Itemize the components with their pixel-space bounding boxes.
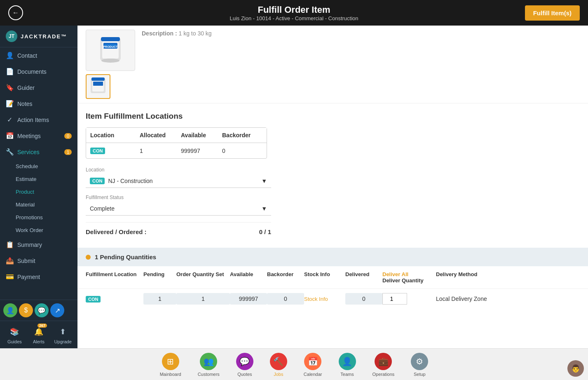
sidebar-item-product[interactable]: Product <box>0 185 77 198</box>
logo-icon: JT <box>6 30 17 42</box>
social-chat-icon[interactable]: 💬 <box>35 303 49 317</box>
upgrade-label: Upgrade <box>54 339 72 344</box>
sidebar-notes-label: Notes <box>17 101 33 107</box>
ft-col-deliver-all: Deliver All Deliver Quantity <box>382 271 436 284</box>
sidebar-estimate-label: Estimate <box>16 176 37 182</box>
location-table-row: CON 1 999997 0 <box>86 143 267 158</box>
alerts-button[interactable]: 🔔 267 Alerts <box>28 325 49 344</box>
sidebar-item-meetings[interactable]: 📅 Meetings 0 <box>0 128 77 144</box>
fulfillment-section: Item Fulfillment Locations Location Allo… <box>77 103 588 248</box>
ft-row-delivery-method: Local Delivery Zone <box>436 296 502 302</box>
content-area: PRODUCT <box>77 26 588 348</box>
submit-icon: 📤 <box>6 257 13 265</box>
sidebar-item-contact[interactable]: 👤 Contact <box>0 47 77 63</box>
delivered-ordered-row: Delivered / Ordered : 0 / 1 <box>86 222 271 241</box>
fulfillment-status-value: Complete <box>90 205 115 212</box>
location-table-header: Location Allocated Available Backorder <box>86 128 267 143</box>
ft-col-available: Available <box>230 271 267 284</box>
fulfill-items-button[interactable]: Fulfill Item(s) <box>525 5 580 21</box>
row-available: 999997 <box>181 148 222 154</box>
sidebar-bottom: 📚 Guides 🔔 267 Alerts ⬆ Upgrade <box>0 321 77 348</box>
sidebar-item-notes[interactable]: 📝 Notes <box>0 96 77 112</box>
svg-text:PRODUCT: PRODUCT <box>103 45 118 48</box>
sidebar-payment-label: Payment <box>17 274 40 280</box>
jobs-icon: 🔨 <box>270 353 287 370</box>
fulfillment-status-select[interactable]: Complete ▼ <box>86 202 271 216</box>
location-select[interactable]: CON NJ - Construction ▼ <box>86 174 271 188</box>
nav-calendar[interactable]: 📅 Calendar <box>295 351 330 378</box>
services-icon: 🔧 <box>6 148 13 156</box>
sidebar-schedule-label: Schedule <box>16 163 38 169</box>
sidebar-item-submit[interactable]: 📤 Submit <box>0 253 77 269</box>
sidebar-item-guider[interactable]: 🔖 Guider <box>0 80 77 96</box>
sidebar-item-schedule[interactable]: Schedule <box>0 160 77 173</box>
fulfillment-status-chevron: ▼ <box>261 205 267 212</box>
ft-col-pending: Pending <box>143 271 176 284</box>
deliver-quantity-input[interactable] <box>382 293 407 305</box>
row-allocated: 1 <box>140 148 181 154</box>
meetings-badge: 0 <box>64 133 72 139</box>
description-label: Description : <box>142 30 177 37</box>
product-image-main: PRODUCT <box>86 30 135 71</box>
quotes-label: Quotes <box>237 372 252 377</box>
product-section: PRODUCT <box>77 26 588 103</box>
sidebar-item-documents[interactable]: 📄 Documents <box>0 63 77 80</box>
description-value: 1 kg to 30 kg <box>178 30 211 37</box>
contact-icon: 👤 <box>6 52 13 59</box>
fulfillment-status-field: Fulfillment Status Complete ▼ <box>86 195 580 216</box>
nav-customers[interactable]: 👥 Customers <box>190 351 228 378</box>
sidebar-action-items-label: Action Items <box>17 117 49 123</box>
nav-teams[interactable]: 👤 Teams <box>330 351 364 378</box>
nav-setup[interactable]: ⚙ Setup <box>403 351 436 378</box>
nav-operations[interactable]: 💼 Operations <box>364 351 403 378</box>
guides-button[interactable]: 📚 Guides <box>4 325 25 344</box>
product-info: Description : 1 kg to 30 kg <box>142 30 580 37</box>
col-allocated: Allocated <box>140 132 181 138</box>
sidebar-product-label: Product <box>16 189 34 195</box>
upgrade-button[interactable]: ⬆ Upgrade <box>52 325 73 344</box>
product-thumbnails <box>86 74 135 99</box>
sidebar-item-summary[interactable]: 📋 Summary <box>0 237 77 253</box>
alerts-label: Alerts <box>33 339 45 344</box>
alerts-icon: 🔔 267 <box>32 325 45 338</box>
section-title: Item Fulfillment Locations <box>86 112 580 121</box>
guider-icon: 🔖 <box>6 84 13 91</box>
ft-col-location: Fulfillment Location <box>86 271 143 284</box>
back-button[interactable]: ← <box>8 5 23 20</box>
main-layout: JT JACKTRADE™ 👤 Contact 📄 Documents 🔖 Gu… <box>0 26 588 348</box>
nav-mainboard[interactable]: ⊞ Mainboard <box>152 351 190 378</box>
ft-row-backorder: 0 <box>267 293 304 305</box>
nav-jobs[interactable]: 🔨 Jobs <box>262 351 295 378</box>
social-share-icon[interactable]: ↗ <box>50 303 64 317</box>
ft-row-pending: 1 <box>143 293 176 305</box>
sidebar-item-payment[interactable]: 💳 Payment <box>0 269 77 285</box>
customers-icon: 👥 <box>200 353 217 370</box>
services-badge: 1 <box>64 149 72 155</box>
col-backorder: Backorder <box>222 132 263 138</box>
social-person-icon[interactable]: 👤 <box>3 303 17 317</box>
sidebar-item-work-order[interactable]: Work Order <box>0 224 77 237</box>
sidebar-item-services[interactable]: 🔧 Services 1 <box>0 144 77 160</box>
sidebar-meetings-label: Meetings <box>17 133 41 139</box>
sidebar-summary-label: Summary <box>17 242 42 248</box>
location-con-badge: CON <box>90 148 105 154</box>
user-avatar[interactable]: 👨 <box>567 360 584 377</box>
sidebar-item-material[interactable]: Material <box>0 198 77 211</box>
action-items-icon: ✓ <box>6 116 13 124</box>
sidebar-item-promotions[interactable]: Promotions <box>0 211 77 224</box>
fulfillment-status-label: Fulfillment Status <box>86 195 580 200</box>
sidebar-item-estimate[interactable]: Estimate <box>0 173 77 185</box>
sidebar-scroll: 👤 Contact 📄 Documents 🔖 Guider 📝 Notes ✓… <box>0 47 77 300</box>
sidebar-contact-label: Contact <box>17 52 37 59</box>
deliver-all-link[interactable]: Deliver All <box>382 271 408 277</box>
social-dollar-icon[interactable]: $ <box>19 303 33 317</box>
teams-icon: 👤 <box>339 353 356 370</box>
ft-row-oqs: 1 <box>176 293 230 305</box>
sidebar-item-action-items[interactable]: ✓ Action Items <box>0 112 77 128</box>
page-title: Fulfill Order Item <box>230 5 358 15</box>
upgrade-icon: ⬆ <box>56 325 70 338</box>
product-thumbnail-1[interactable] <box>86 74 110 99</box>
nav-quotes[interactable]: 💬 Quotes <box>228 351 262 378</box>
stock-info-link[interactable]: Stock Info <box>304 296 345 302</box>
location-label: Location <box>86 167 580 173</box>
